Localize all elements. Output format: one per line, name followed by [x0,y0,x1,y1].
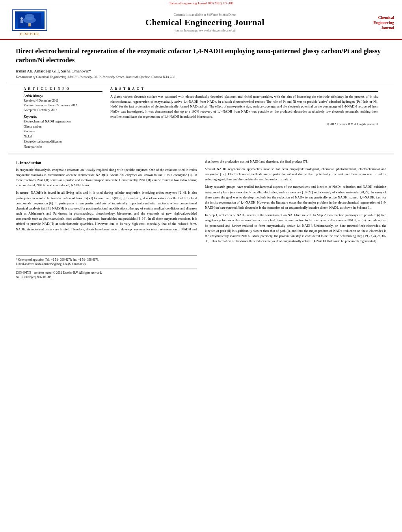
journal-main-title: Chemical Engineering Journal [51,17,359,28]
right-para-3: Many research groups have studied fundam… [205,184,386,210]
doi-value: 10.1016/j.cej.2012.02.005 [20,275,52,279]
received-revised-date: Received in revised form 27 January 2012 [24,103,102,108]
section-title-text: Introduction [20,161,41,165]
corresponding-author-footnote: * Corresponding author. Tel.: +1 514 398… [16,258,197,262]
article-history-label: Article history: [24,94,102,98]
accepted-date: Accepted 1 February 2012 [24,108,102,113]
svg-rect-3 [28,23,31,26]
doi-footnote: doi:10.1016/j.cej.2012.02.005 [16,275,197,279]
article-info: A R T I C L E I N F O Article history: R… [24,87,102,150]
svg-point-4 [20,17,23,20]
article-meta-section: A R T I C L E I N F O Article history: R… [8,83,394,154]
article-info-heading: A R T I C L E I N F O [24,87,102,92]
keywords-label: Keywords: [24,115,102,119]
journal-reference: Chemical Engineering Journal 188 (2012) … [169,2,234,5]
issn-footnote: 1385-8947/$ – see front matter © 2012 El… [16,271,197,275]
publisher-logo-section: ELSEVIER [8,9,51,36]
abstract-copyright: © 2012 Elsevier B.V. All rights reserved… [110,122,378,126]
svg-rect-5 [20,20,23,23]
elsevier-wordmark: ELSEVIER [20,32,39,36]
email-footnote: E-mail address: sasha.omanovic@mcgill.ca… [16,262,197,266]
article-title-section: Direct electrochemical regeneration of t… [0,40,402,83]
sciverse-link: Contents lists available at SciVerse Sci… [51,13,359,17]
article-affiliation: Department of Chemical Engineering, McGi… [16,75,386,79]
journal-right-title: ChemicalEngineeringJournal [359,15,394,30]
article-authors: Irshad Ali, Amardeep Gill, Sasha Omanovi… [16,69,386,73]
received-date: Received 4 December 2011 [24,98,102,103]
section-number: 1. [16,161,19,165]
keyword-6: Nano-particles [24,145,102,150]
right-para-2: Several NADH regeneration approaches hav… [205,167,386,182]
doi-label: doi: [16,275,20,279]
elsevier-tree-icon [18,13,41,28]
article-abstract: A B S T R A C T A glassy carbon electrod… [110,87,378,150]
right-para-4: In Step 1, reduction of NAD+ results in … [205,213,386,244]
right-para-1: thus lower the production cost of NADH a… [205,159,386,164]
elsevier-logo: ELSEVIER [8,9,51,36]
abstract-heading: A B S T R A C T [110,87,378,92]
keywords-list: Electrochemical NADH regeneration Glassy… [24,119,102,150]
body-left-column: 1. Introduction In enzymatic biocatalysi… [16,159,197,280]
journal-homepage: journal homepage: www.elsevier.com/locat… [51,29,359,32]
intro-paragraph-2: In nature, NAD(H) is found in all living… [16,190,197,232]
keyword-1: Electrochemical NADH regeneration [24,119,102,124]
logo-inner [15,11,45,29]
abstract-text: A glassy carbon electrode surface was pa… [110,94,378,119]
logo-box [12,9,47,31]
introduction-heading: 1. Introduction [16,161,197,165]
keyword-5: Electrode surface modification [24,139,102,145]
journal-header: ELSEVIER Contents lists available at Sci… [0,6,402,40]
footnote-section: * Corresponding author. Tel.: +1 514 398… [16,256,197,280]
keyword-4: Nickel [24,134,102,139]
email-text: E-mail address: sasha.omanovic@mcgill.ca… [16,262,86,266]
body-right-column: thus lower the production cost of NADH a… [205,159,386,280]
intro-paragraph-1: In enzymatic biocatalysis, enzymatic cof… [16,167,197,188]
svg-point-2 [23,17,36,23]
journal-header-center: Contents lists available at SciVerse Sci… [51,13,359,32]
journal-right-title-text: ChemicalEngineeringJournal [374,15,394,30]
journal-top-bar: Chemical Engineering Journal 188 (2012) … [0,0,402,6]
article-body: 1. Introduction In enzymatic biocatalysi… [0,154,402,284]
article-main-title: Direct electrochemical regeneration of t… [16,47,386,65]
keyword-3: Platinum [24,129,102,134]
keyword-2: Glassy carbon [24,124,102,130]
